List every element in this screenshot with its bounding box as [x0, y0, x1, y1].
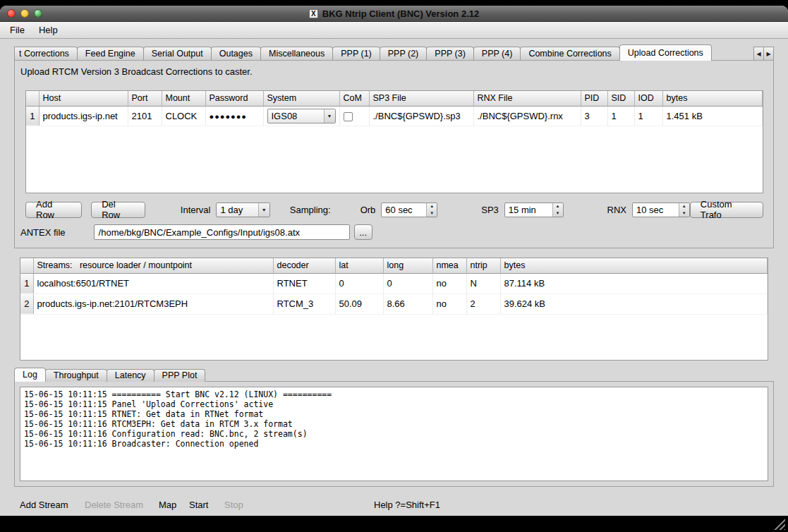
system-value: IGS08 — [272, 111, 298, 121]
rnx-label: RNX — [607, 205, 626, 215]
col-ntrip[interactable]: ntrip — [466, 258, 500, 273]
col-rnx-file[interactable]: RNX File — [473, 91, 581, 106]
nmea-cell: no — [432, 273, 466, 294]
sampling-label: Sampling: — [290, 205, 331, 215]
spin-down-icon[interactable]: ▼ — [679, 210, 689, 217]
sp3-file-cell[interactable]: ./BNC${GPSWD}.sp3 — [369, 106, 473, 126]
spin-down-icon[interactable]: ▼ — [553, 210, 563, 217]
port-cell[interactable]: 2101 — [128, 106, 162, 126]
password-cell[interactable]: ●●●●●●● — [205, 106, 263, 126]
tab-scroll-left-icon[interactable]: ◀ — [753, 47, 764, 61]
spin-up-icon[interactable]: ▲ — [679, 203, 689, 210]
start-button[interactable]: Start — [189, 500, 208, 510]
zoom-button[interactable] — [34, 9, 42, 18]
col-long[interactable]: long — [383, 258, 432, 273]
col-nmea[interactable]: nmea — [432, 258, 466, 273]
col-password[interactable]: Password — [205, 91, 263, 106]
rnx-spinbox[interactable]: 10 sec ▲ ▼ — [632, 202, 690, 217]
col-decoder[interactable]: decoder — [273, 258, 335, 273]
menu-help[interactable]: Help — [39, 25, 65, 35]
system-combobox[interactable]: IGS08 ▼ — [267, 109, 336, 123]
tab-ppp-1[interactable]: PPP (1) — [332, 47, 380, 61]
com-checkbox[interactable] — [344, 112, 353, 121]
row-number: 1 — [26, 106, 39, 126]
col-bytes[interactable]: bytes — [662, 91, 763, 106]
app-window: X BKG Ntrip Client (BNC) Version 2.12 Fi… — [0, 6, 788, 516]
log-line: 15-06-15 10:11:15 Panel 'Upload Correcti… — [24, 399, 764, 409]
tab-miscellaneous[interactable]: Miscellaneous — [260, 47, 333, 61]
password-dots: ●●●●●●● — [210, 112, 248, 121]
stream-row[interactable]: 2 products.igs-ip.net:2101/RTCM3EPH RTCM… — [20, 294, 768, 314]
sp3-value: 15 min — [505, 203, 552, 217]
close-button[interactable] — [7, 9, 16, 18]
tab-feed-engine[interactable]: Feed Engine — [77, 47, 144, 61]
host-cell[interactable]: products.igs-ip.net — [39, 106, 128, 126]
col-pid[interactable]: PID — [581, 91, 607, 106]
tab-serial-output[interactable]: Serial Output — [143, 47, 212, 61]
col-sp3-file[interactable]: SP3 File — [369, 91, 473, 106]
map-button[interactable]: Map — [159, 500, 176, 510]
minimize-button[interactable] — [20, 9, 29, 18]
tab-ppp-2[interactable]: PPP (2) — [380, 47, 428, 61]
tab-ppp-3[interactable]: PPP (3) — [426, 47, 474, 61]
sp3-spinbox[interactable]: 15 min ▲ ▼ — [504, 202, 564, 217]
resize-grip-icon[interactable] — [773, 518, 785, 530]
log-line: 15-06-15 10:11:15 RTNET: Get data in RTN… — [24, 409, 764, 419]
tab-scroll-right-icon[interactable]: ▶ — [763, 47, 774, 61]
col-sid[interactable]: SID — [607, 91, 634, 106]
col-lat[interactable]: lat — [335, 258, 383, 273]
pane-description: Upload RTCM Version 3 Broadcast Correcti… — [20, 66, 253, 77]
menu-file[interactable]: File — [10, 25, 32, 35]
col-bytes[interactable]: bytes — [500, 258, 768, 273]
interval-combobox[interactable]: 1 day ▼ — [216, 202, 269, 217]
antex-file-input[interactable]: /home/bkg/BNC/Example_Configs/Input/igs0… — [94, 224, 350, 240]
del-row-button[interactable]: Del Row — [91, 202, 145, 218]
col-system[interactable]: System — [263, 91, 339, 106]
tab-latency[interactable]: Latency — [107, 369, 154, 382]
spin-down-icon[interactable]: ▼ — [427, 210, 437, 217]
col-mountpoint[interactable]: Streams: resource loader / mountpoint — [33, 258, 273, 273]
sid-cell[interactable]: 1 — [607, 106, 634, 126]
add-row-button[interactable]: Add Row — [25, 202, 82, 218]
tab-throughput[interactable]: Throughput — [45, 369, 107, 382]
tab-outages[interactable]: Outages — [211, 47, 261, 61]
tab-combine-corrections[interactable]: Combine Corrections — [520, 47, 619, 61]
col-com[interactable]: CoM — [339, 91, 369, 106]
stop-button: Stop — [224, 500, 243, 510]
tab-log[interactable]: Log — [14, 368, 46, 382]
bytes-cell: 39.624 kB — [500, 294, 768, 314]
mountpoint-cell: products.igs-ip.net:2101/RTCM3EPH — [33, 294, 273, 314]
log-pane: 15-06-15 10:11:15 ========== Start BNC v… — [14, 381, 774, 487]
com-cell — [339, 106, 369, 126]
orb-spinbox[interactable]: 60 sec ▲ ▼ — [381, 202, 437, 217]
col-mount[interactable]: Mount — [162, 91, 205, 106]
spin-up-icon[interactable]: ▲ — [427, 203, 437, 210]
col-host[interactable]: Host — [39, 91, 128, 106]
chevron-down-icon[interactable]: ▼ — [324, 109, 335, 123]
spinner-buttons: ▲ ▼ — [679, 203, 689, 217]
monitor-tab-bar: Log Throughput Latency PPP Plot — [14, 368, 205, 382]
col-iod[interactable]: IOD — [634, 91, 662, 106]
pid-cell[interactable]: 3 — [581, 106, 607, 126]
tab-ppp-plot[interactable]: PPP Plot — [154, 369, 206, 382]
log-line: 15-06-15 10:11:16 RTCM3EPH: Get data in … — [24, 419, 764, 429]
col-port[interactable]: Port — [128, 91, 162, 106]
custom-trafo-button[interactable]: Custom Trafo — [690, 202, 763, 218]
iod-cell[interactable]: 1 — [634, 106, 662, 126]
browse-button[interactable]: ... — [354, 224, 372, 240]
chevron-down-icon[interactable]: ▼ — [258, 203, 269, 217]
orb-label: Orb — [360, 205, 376, 215]
window-controls — [7, 6, 42, 21]
spin-up-icon[interactable]: ▲ — [553, 203, 563, 210]
add-stream-button[interactable]: Add Stream — [20, 500, 68, 510]
ntrip-cell: N — [466, 273, 500, 294]
mount-cell[interactable]: CLOCK — [162, 106, 205, 126]
rnx-file-cell[interactable]: ./BNC${GPSWD}.rnx — [473, 106, 581, 126]
spinner-buttons: ▲ ▼ — [552, 203, 563, 217]
log-output[interactable]: 15-06-15 10:11:15 ========== Start BNC v… — [20, 387, 768, 481]
tab-upload-corrections[interactable]: Upload Corrections — [619, 44, 712, 61]
tab-ppp-4[interactable]: PPP (4) — [473, 47, 521, 61]
stream-row[interactable]: 1 localhost:6501/RTNET RTNET 0 0 no N 87… — [20, 273, 768, 294]
tab-corrections-clipped[interactable]: t Corrections — [14, 47, 78, 61]
help-button[interactable]: Help ?=Shift+F1 — [374, 500, 440, 510]
